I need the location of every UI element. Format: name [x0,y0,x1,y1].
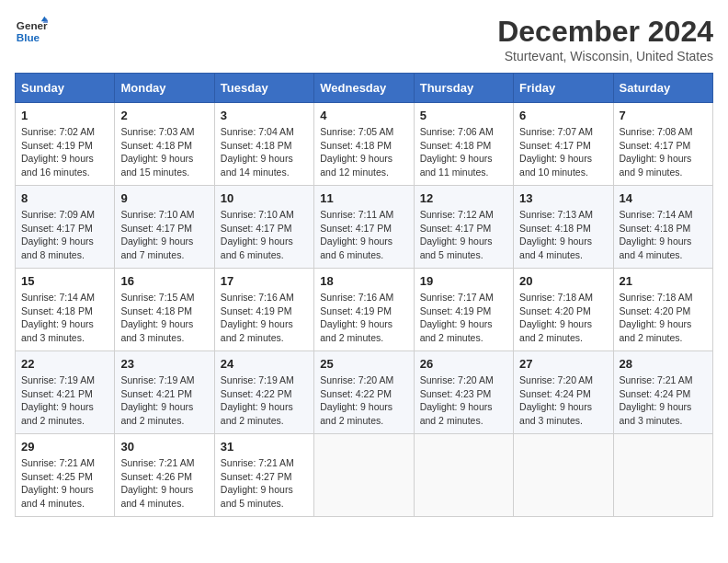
day-info: Sunrise: 7:02 AM Sunset: 4:19 PM Dayligh… [21,125,108,179]
day-cell: 17 Sunrise: 7:16 AM Sunset: 4:19 PM Dayl… [214,269,313,351]
day-info: Sunrise: 7:14 AM Sunset: 4:18 PM Dayligh… [620,208,707,262]
day-info: Sunrise: 7:15 AM Sunset: 4:18 PM Dayligh… [120,291,208,345]
day-cell: 22 Sunrise: 7:19 AM Sunset: 4:21 PM Dayl… [16,351,115,434]
day-info: Sunrise: 7:18 AM Sunset: 4:20 PM Dayligh… [620,291,707,345]
week-row-5: 29 Sunrise: 7:21 AM Sunset: 4:25 PM Dayl… [16,434,713,517]
day-number: 13 [519,191,607,205]
day-number: 8 [21,191,108,205]
day-info: Sunrise: 7:14 AM Sunset: 4:18 PM Dayligh… [21,291,108,345]
day-cell: 28 Sunrise: 7:21 AM Sunset: 4:24 PM Dayl… [613,351,712,434]
day-cell: 9 Sunrise: 7:10 AM Sunset: 4:17 PM Dayli… [115,186,214,269]
day-number: 24 [221,357,308,371]
day-number: 3 [221,109,308,122]
day-number: 10 [221,191,308,205]
day-number: 17 [221,274,308,288]
day-cell: 27 Sunrise: 7:20 AM Sunset: 4:24 PM Dayl… [514,351,613,434]
day-info: Sunrise: 7:16 AM Sunset: 4:19 PM Dayligh… [320,291,407,345]
title-area: December 2024 Sturtevant, Wisconsin, Uni… [497,15,713,63]
day-number: 28 [620,357,707,371]
logo: General Blue [15,15,48,48]
weekday-header-tuesday: Tuesday [214,74,313,103]
day-cell: 20 Sunrise: 7:18 AM Sunset: 4:20 PM Dayl… [514,269,613,351]
svg-text:Blue: Blue [17,31,40,43]
day-cell: 7 Sunrise: 7:08 AM Sunset: 4:17 PM Dayli… [613,103,712,186]
day-number: 22 [21,357,108,371]
day-number: 31 [221,440,308,454]
day-info: Sunrise: 7:21 AM Sunset: 4:25 PM Dayligh… [21,456,108,511]
day-cell: 14 Sunrise: 7:14 AM Sunset: 4:18 PM Dayl… [613,186,712,269]
weekday-header-wednesday: Wednesday [314,74,414,103]
day-cell: 10 Sunrise: 7:10 AM Sunset: 4:17 PM Dayl… [214,186,313,269]
day-number: 21 [620,274,707,288]
day-number: 12 [420,191,507,205]
day-info: Sunrise: 7:19 AM Sunset: 4:21 PM Dayligh… [21,373,108,428]
day-cell [514,434,613,517]
day-cell: 5 Sunrise: 7:06 AM Sunset: 4:18 PM Dayli… [414,103,513,186]
day-cell: 19 Sunrise: 7:17 AM Sunset: 4:19 PM Dayl… [414,269,513,351]
day-cell: 23 Sunrise: 7:19 AM Sunset: 4:21 PM Dayl… [115,351,214,434]
weekday-header-monday: Monday [115,74,214,103]
day-number: 19 [420,274,507,288]
weekday-header-saturday: Saturday [613,74,712,103]
day-cell: 8 Sunrise: 7:09 AM Sunset: 4:17 PM Dayli… [16,186,115,269]
day-number: 30 [120,440,208,454]
day-number: 23 [120,357,208,371]
day-info: Sunrise: 7:21 AM Sunset: 4:26 PM Dayligh… [120,456,208,511]
day-number: 27 [519,357,607,371]
day-info: Sunrise: 7:05 AM Sunset: 4:18 PM Dayligh… [320,125,407,179]
weekday-header-sunday: Sunday [16,74,115,103]
day-cell [314,434,414,517]
day-info: Sunrise: 7:09 AM Sunset: 4:17 PM Dayligh… [21,208,108,262]
day-info: Sunrise: 7:10 AM Sunset: 4:17 PM Dayligh… [120,208,208,262]
day-info: Sunrise: 7:10 AM Sunset: 4:17 PM Dayligh… [221,208,308,262]
day-info: Sunrise: 7:13 AM Sunset: 4:18 PM Dayligh… [519,208,607,262]
day-number: 16 [120,274,208,288]
day-number: 15 [21,274,108,288]
day-cell: 16 Sunrise: 7:15 AM Sunset: 4:18 PM Dayl… [115,269,214,351]
day-info: Sunrise: 7:04 AM Sunset: 4:18 PM Dayligh… [221,125,308,179]
day-info: Sunrise: 7:07 AM Sunset: 4:17 PM Dayligh… [519,125,607,179]
day-info: Sunrise: 7:18 AM Sunset: 4:20 PM Dayligh… [519,291,607,345]
day-info: Sunrise: 7:20 AM Sunset: 4:23 PM Dayligh… [420,373,507,428]
logo-icon: General Blue [15,15,48,48]
day-number: 29 [21,440,108,454]
day-number: 9 [120,191,208,205]
weekday-header-row: SundayMondayTuesdayWednesdayThursdayFrid… [16,74,713,103]
day-cell: 13 Sunrise: 7:13 AM Sunset: 4:18 PM Dayl… [514,186,613,269]
day-cell: 31 Sunrise: 7:21 AM Sunset: 4:27 PM Dayl… [214,434,313,517]
week-row-1: 1 Sunrise: 7:02 AM Sunset: 4:19 PM Dayli… [16,103,713,186]
day-cell: 18 Sunrise: 7:16 AM Sunset: 4:19 PM Dayl… [314,269,414,351]
day-number: 26 [420,357,507,371]
week-row-4: 22 Sunrise: 7:19 AM Sunset: 4:21 PM Dayl… [16,351,713,434]
day-cell: 2 Sunrise: 7:03 AM Sunset: 4:18 PM Dayli… [115,103,214,186]
day-cell: 3 Sunrise: 7:04 AM Sunset: 4:18 PM Dayli… [214,103,313,186]
day-number: 11 [320,191,407,205]
week-row-2: 8 Sunrise: 7:09 AM Sunset: 4:17 PM Dayli… [16,186,713,269]
day-number: 1 [21,109,108,122]
day-number: 6 [519,109,607,122]
day-number: 2 [120,109,208,122]
week-row-3: 15 Sunrise: 7:14 AM Sunset: 4:18 PM Dayl… [16,269,713,351]
header: General Blue December 2024 Sturtevant, W… [15,15,713,63]
day-info: Sunrise: 7:19 AM Sunset: 4:22 PM Dayligh… [221,373,308,428]
day-number: 25 [320,357,407,371]
day-info: Sunrise: 7:11 AM Sunset: 4:17 PM Dayligh… [320,208,407,262]
day-info: Sunrise: 7:08 AM Sunset: 4:17 PM Dayligh… [620,125,707,179]
weekday-header-thursday: Thursday [414,74,513,103]
calendar-table: SundayMondayTuesdayWednesdayThursdayFrid… [15,73,713,517]
day-cell: 30 Sunrise: 7:21 AM Sunset: 4:26 PM Dayl… [115,434,214,517]
day-info: Sunrise: 7:21 AM Sunset: 4:27 PM Dayligh… [221,456,308,511]
day-info: Sunrise: 7:12 AM Sunset: 4:17 PM Dayligh… [420,208,507,262]
day-cell: 29 Sunrise: 7:21 AM Sunset: 4:25 PM Dayl… [16,434,115,517]
day-cell: 1 Sunrise: 7:02 AM Sunset: 4:19 PM Dayli… [16,103,115,186]
location-title: Sturtevant, Wisconsin, United States [497,49,713,63]
day-cell: 12 Sunrise: 7:12 AM Sunset: 4:17 PM Dayl… [414,186,513,269]
day-info: Sunrise: 7:19 AM Sunset: 4:21 PM Dayligh… [120,373,208,428]
day-info: Sunrise: 7:20 AM Sunset: 4:24 PM Dayligh… [519,373,607,428]
day-cell: 24 Sunrise: 7:19 AM Sunset: 4:22 PM Dayl… [214,351,313,434]
day-cell: 25 Sunrise: 7:20 AM Sunset: 4:22 PM Dayl… [314,351,414,434]
day-cell [613,434,712,517]
day-cell [414,434,513,517]
day-number: 7 [620,109,707,122]
day-number: 5 [420,109,507,122]
